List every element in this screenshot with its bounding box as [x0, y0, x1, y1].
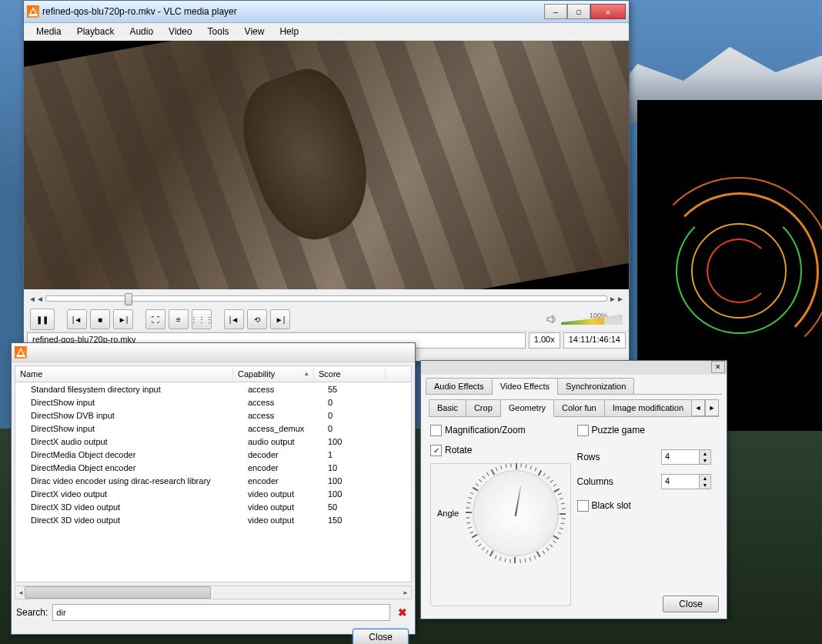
fullscreen-button[interactable]: ⛶ [145, 309, 165, 329]
cols-down-icon[interactable]: ▼ [700, 482, 710, 489]
table-row[interactable]: DirectX video outputvideo output100 [15, 487, 411, 500]
minimize-button[interactable] [544, 4, 567, 19]
menu-tools[interactable]: Tools [200, 25, 237, 38]
table-row[interactable]: Standard filesystem directory inputacces… [15, 382, 411, 395]
previous-button[interactable]: |◄ [67, 309, 87, 329]
tabs-scroll-right-icon[interactable]: ► [705, 399, 719, 416]
rotate-checkbox[interactable] [430, 445, 442, 456]
loop-button[interactable]: ⟲ [247, 309, 267, 329]
table-row[interactable]: DirectX 3D video outputvideo output50 [15, 500, 411, 513]
cell-score: 50 [323, 502, 394, 512]
menu-media[interactable]: Media [28, 25, 69, 38]
volume-slider[interactable]: 100% [561, 312, 623, 327]
cell-score: 10 [323, 463, 394, 472]
extended-settings-button[interactable]: ⋮⋮⋮ [192, 309, 212, 329]
table-row[interactable]: DirectShow inputaccess0 [15, 395, 411, 409]
table-row[interactable]: DirectShow DVB inputaccess0 [15, 409, 411, 422]
table-row[interactable]: DirectX audio outputaudio output100 [15, 435, 411, 448]
stop-button[interactable]: ■ [90, 309, 110, 329]
magnification-checkbox[interactable] [430, 425, 442, 436]
horizontal-scrollbar[interactable]: ◄ ► [15, 586, 412, 599]
frame-back-button[interactable]: |◄ [224, 309, 244, 329]
angle-dial[interactable] [473, 470, 559, 556]
close-icon[interactable] [711, 361, 725, 373]
cell-name: DirectX 3D video output [15, 516, 243, 525]
seek-back-icon[interactable]: ◄◄ [30, 293, 42, 304]
cell-score: 100 [323, 489, 394, 499]
modules-titlebar[interactable] [12, 343, 415, 362]
cell-cap: encoder [243, 476, 323, 486]
column-score[interactable]: Score [314, 368, 386, 380]
cell-name: DirectMedia Object decoder [15, 450, 243, 459]
table-row[interactable]: DirectX 3D video outputvideo output150 [15, 513, 411, 526]
cell-name: Dirac video encoder using dirac-research… [15, 476, 243, 486]
tab-geometry[interactable]: Geometry [500, 399, 554, 417]
status-time[interactable]: 14:11/1:46:14 [563, 332, 626, 349]
tab-audio-effects[interactable]: Audio Effects [426, 378, 493, 394]
frame-forward-button[interactable]: ►| [270, 309, 290, 329]
scroll-right-arrow-icon[interactable]: ► [400, 586, 411, 599]
columns-spinner[interactable]: 4 ▲ ▼ [661, 474, 711, 489]
puzzle-checkbox[interactable] [577, 425, 589, 436]
cell-name: DirectX audio output [15, 437, 243, 446]
close-button[interactable]: Close [353, 629, 409, 644]
cell-cap: access [243, 385, 323, 394]
clear-search-icon[interactable]: ✖ [395, 606, 410, 619]
close-button[interactable] [590, 4, 626, 19]
effects-titlebar[interactable] [421, 361, 727, 375]
vlc-cone-icon [15, 346, 27, 359]
cell-score: 1 [323, 450, 394, 459]
rows-value[interactable]: 4 [662, 450, 699, 464]
cell-cap: access_demux [243, 424, 323, 433]
cols-up-icon[interactable]: ▲ [700, 475, 710, 482]
close-button[interactable]: Close [663, 596, 719, 612]
rotate-label: Rotate [445, 445, 472, 455]
column-name[interactable]: Name [15, 368, 233, 380]
seek-forward-icon[interactable]: ►► [610, 293, 623, 304]
search-input[interactable] [52, 604, 390, 621]
seek-thumb[interactable] [125, 293, 132, 305]
pause-button[interactable]: ❚❚ [30, 309, 55, 330]
playlist-button[interactable]: ≡ [169, 309, 189, 329]
status-speed[interactable]: 1.00x [529, 332, 560, 349]
menu-help[interactable]: Help [272, 25, 306, 38]
tab-basic[interactable]: Basic [429, 399, 466, 416]
tab-synchronization[interactable]: Synchronization [557, 378, 634, 394]
menu-video[interactable]: Video [161, 25, 199, 38]
menu-audio[interactable]: Audio [122, 25, 161, 38]
video-viewport[interactable] [24, 41, 629, 289]
tab-color-fun[interactable]: Color fun [553, 399, 605, 416]
rows-down-icon[interactable]: ▼ [700, 457, 710, 464]
effects-window: Audio EffectsVideo EffectsSynchronizatio… [420, 360, 727, 619]
table-row[interactable]: DirectMedia Object decoderdecoder1 [15, 448, 411, 461]
menu-playback[interactable]: Playback [69, 25, 122, 38]
tab-image-modification[interactable]: Image modification [604, 399, 692, 416]
tabs-scroll-left-icon[interactable]: ◄ [691, 399, 705, 416]
rotate-fieldset: Angle [430, 463, 571, 606]
tab-video-effects[interactable]: Video Effects [492, 378, 558, 395]
cell-name: DirectMedia Object encoder [15, 463, 243, 472]
next-button[interactable]: ►| [113, 309, 133, 329]
column-capability[interactable]: Capability [233, 368, 314, 380]
table-row[interactable]: DirectShow inputaccess_demux0 [15, 422, 411, 435]
table-row[interactable]: DirectMedia Object encoderencoder10 [15, 461, 411, 474]
seek-track[interactable] [45, 295, 607, 302]
maximize-button[interactable] [567, 4, 590, 19]
speaker-icon[interactable] [546, 313, 558, 325]
titlebar[interactable]: refined-qos-blu720p-ro.mkv - VLC media p… [24, 1, 629, 23]
menu-view[interactable]: View [237, 25, 272, 38]
tab-crop[interactable]: Crop [466, 399, 501, 416]
cell-cap: encoder [243, 463, 323, 472]
columns-value[interactable]: 4 [662, 475, 699, 489]
rows-up-icon[interactable]: ▲ [700, 450, 710, 457]
cell-cap: decoder [243, 450, 323, 459]
cell-cap: video output [243, 502, 323, 512]
rows-spinner[interactable]: 4 ▲ ▼ [661, 449, 711, 465]
puzzle-label: Puzzle game [592, 425, 645, 435]
table-row[interactable]: Dirac video encoder using dirac-research… [15, 474, 411, 487]
menubar: MediaPlaybackAudioVideoToolsViewHelp [24, 23, 629, 41]
control-bar: ❚❚ |◄ ■ ►| ⛶ ≡ ⋮⋮⋮ |◄ ⟲ ►| 100% [24, 308, 629, 331]
black-slot-checkbox[interactable] [577, 500, 589, 512]
black-slot-label: Black slot [592, 500, 631, 511]
scrollbar-thumb[interactable] [25, 586, 211, 599]
